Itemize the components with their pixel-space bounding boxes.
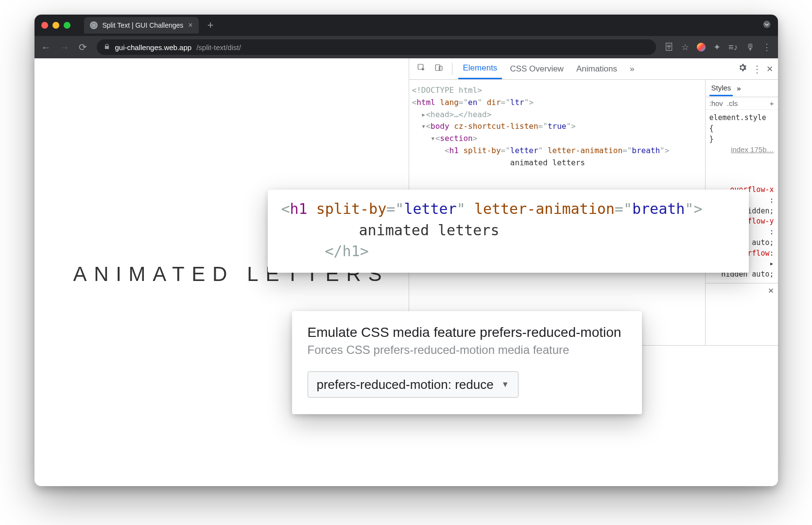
inspect-icon[interactable]	[414, 61, 429, 76]
new-style-rule-button[interactable]: +	[770, 99, 774, 107]
equalizer-icon[interactable]: ≡♪	[728, 42, 738, 52]
callout-select-value: prefers-reduced-motion: reduce	[317, 377, 494, 392]
callout-attr: split-by	[316, 200, 387, 217]
dom-h1-text: animated letters	[510, 158, 585, 167]
url-input[interactable]: gui-challenges.web.app/split-text/dist/	[97, 39, 656, 55]
tab-elements[interactable]: Elements	[458, 58, 502, 79]
tab-css-overview[interactable]: CSS Overview	[505, 59, 569, 79]
reload-button[interactable]: ⟳	[78, 41, 88, 53]
apps-icon[interactable]	[697, 43, 706, 52]
account-chevron-icon[interactable]	[762, 20, 771, 31]
devtools-tabs: Elements CSS Overview Animations » ⋮ ×	[409, 58, 778, 80]
tab-strip: Split Text | GUI Challenges × +	[35, 15, 778, 36]
mic-icon[interactable]: 🎙︎	[746, 42, 755, 52]
dom-body-tag[interactable]: body	[431, 122, 449, 131]
minimize-window-icon[interactable]	[52, 22, 59, 29]
brace-close: }	[709, 135, 714, 143]
dom-h1-tag[interactable]: h1	[449, 146, 459, 155]
css-colon: :	[769, 228, 774, 236]
lock-icon	[104, 43, 110, 52]
callout-rendering-subtitle: Forces CSS prefers-reduced-motion media …	[308, 343, 626, 357]
settings-icon[interactable]	[738, 63, 747, 75]
dom-attr-val: breath	[632, 146, 660, 155]
dom-attr-val: ltr	[510, 98, 524, 107]
dom-attr: lang	[440, 98, 459, 107]
back-button[interactable]: ←	[41, 42, 51, 53]
dom-attr: split-by	[463, 146, 501, 155]
css-val: auto;	[752, 238, 774, 247]
callout-close-tag: </h1>	[325, 243, 369, 260]
menu-icon[interactable]: ⋮	[762, 42, 771, 52]
callout-rendering: Emulate CSS media feature prefers-reduce…	[292, 311, 642, 414]
hov-toggle[interactable]: :hov	[709, 99, 723, 107]
browser-window: Split Text | GUI Challenges × + ← → ⟳ gu…	[35, 15, 778, 486]
close-window-icon[interactable]	[41, 22, 48, 29]
toolbar: ← → ⟳ gui-challenges.web.app/split-text/…	[35, 36, 778, 58]
drawer-close-icon[interactable]: ×	[768, 284, 774, 296]
tab-title: Split Text | GUI Challenges	[103, 21, 184, 29]
url-host: gui-challenges.web.app	[115, 43, 192, 52]
dom-attr: cz-shortcut-listen	[454, 122, 538, 131]
css-colon: :	[769, 196, 774, 205]
new-tab-button[interactable]: +	[204, 19, 218, 32]
kebab-icon[interactable]: ⋮	[752, 63, 762, 75]
dom-attr: dir	[487, 98, 501, 107]
tab-animations[interactable]: Animations	[571, 59, 622, 79]
url-path: /split-text/dist/	[196, 43, 241, 52]
tabs-overflow-icon[interactable]: »	[625, 59, 639, 79]
callout-attr: letter-animation	[474, 200, 615, 217]
dom-html-tag: html	[416, 98, 435, 107]
callout-rendering-title: Emulate CSS media feature prefers-reduce…	[308, 325, 626, 340]
chevron-down-icon: ▼	[501, 380, 509, 389]
cls-toggle[interactable]: .cls	[727, 99, 738, 107]
maximize-window-icon[interactable]	[64, 22, 70, 29]
dom-head[interactable]: <head>…</head>	[426, 110, 491, 119]
close-devtools-icon[interactable]: ×	[767, 63, 773, 75]
callout-tag: h1	[290, 200, 308, 217]
globe-icon	[90, 21, 98, 29]
dom-attr-val: en	[468, 98, 477, 107]
element-style-label: element.style {	[709, 113, 766, 133]
callout-code-snippet: <h1 split-by="letter" letter-animation="…	[268, 190, 749, 273]
separator	[452, 63, 452, 75]
callout-prefers-reduced-motion-select[interactable]: prefers-reduced-motion: reduce ▼	[308, 371, 518, 398]
callout-attr-val: letter	[404, 200, 456, 217]
callout-attr-val: breath	[632, 200, 685, 217]
translate-icon[interactable]: 🈂︎	[665, 42, 674, 52]
styles-overflow-icon[interactable]: »	[737, 84, 741, 92]
dom-attr: letter-animation	[548, 146, 622, 155]
svg-point-0	[763, 21, 770, 28]
dom-attr-val: letter	[510, 146, 538, 155]
star-icon[interactable]: ☆	[681, 42, 689, 52]
browser-tab[interactable]: Split Text | GUI Challenges ×	[84, 17, 199, 34]
dom-doctype: <!DOCTYPE html>	[412, 86, 483, 95]
extension-icons: 🈂︎ ☆ ✦ ≡♪ 🎙︎ ⋮	[665, 42, 771, 52]
callout-text: animated letters	[359, 222, 500, 239]
puzzle-icon[interactable]: ✦	[713, 42, 721, 52]
dom-attr-val: true	[548, 122, 567, 131]
dom-section-tag[interactable]: section	[440, 134, 472, 143]
close-tab-icon[interactable]: ×	[188, 21, 192, 30]
styles-tab[interactable]: Styles	[709, 81, 733, 96]
source-file-link[interactable]: index 175b…	[731, 145, 774, 154]
forward-button[interactable]: →	[60, 42, 69, 53]
window-controls	[41, 22, 70, 29]
device-toggle-icon[interactable]	[432, 61, 446, 76]
